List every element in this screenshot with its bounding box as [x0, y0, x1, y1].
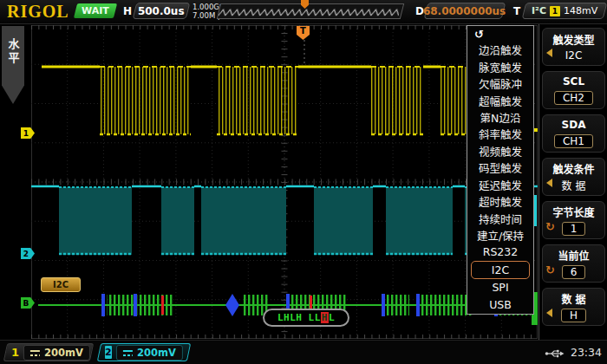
- run-state-badge: WAIT: [74, 3, 117, 18]
- timebase-chip: 500.0us: [133, 3, 191, 19]
- delay-value: 68.0000000us: [423, 5, 506, 17]
- menu-item-scl[interactable]: SCL CH2: [542, 71, 605, 109]
- menu-label: SDA: [562, 119, 586, 131]
- dc-coupling-icon: [30, 349, 40, 355]
- bus-type-badge: I2C: [41, 277, 81, 292]
- horizontal-position-preview: [217, 3, 404, 19]
- ch2-waveform: [31, 186, 538, 255]
- dropdown-item[interactable]: 延迟触发: [467, 177, 533, 193]
- dropdown-item[interactable]: USB: [467, 296, 533, 313]
- menu-item-trigger-type[interactable]: 触发类型 I2C: [542, 28, 605, 66]
- bottom-status-bar: 1 200mV 2 200mV 23:34: [0, 340, 607, 364]
- ch2-level-indicator: [534, 195, 537, 226]
- trigger-label: T: [513, 5, 520, 17]
- menu-value: CH2: [554, 91, 593, 105]
- ch1-waveform: [42, 67, 534, 134]
- channel2-status[interactable]: 2 200mV: [97, 343, 191, 361]
- rotate-knob-icon: ↻: [545, 221, 555, 232]
- trigger-level-value: 148mV: [564, 5, 597, 16]
- dropdown-item-i2c-selected[interactable]: I2C: [471, 261, 530, 279]
- trigger-info-chip: I²C 1 148mV: [522, 3, 607, 19]
- trigger-marker-label: T: [300, 26, 306, 40]
- scope-graticule: [31, 25, 538, 339]
- menu-value: 数 据: [562, 178, 586, 192]
- menu-item-data[interactable]: 数 据 H: [542, 288, 605, 326]
- dropdown-item[interactable]: 持续时间: [467, 210, 533, 226]
- menu-item-sda[interactable]: SDA CH1: [542, 114, 605, 153]
- dropdown-item[interactable]: 码型触发: [467, 159, 533, 176]
- pattern-current-bit: H: [321, 312, 329, 323]
- dropdown-item[interactable]: 斜率触发: [467, 126, 533, 142]
- pattern-prefix: LHLH LL: [277, 312, 321, 323]
- decode-pattern-annotation: LHLH LLHL: [263, 309, 349, 327]
- decode-address-diamond: [225, 294, 239, 316]
- menu-label: SCL: [563, 75, 584, 88]
- dropdown-item[interactable]: 超时触发: [467, 193, 533, 210]
- dc-coupling-icon: [123, 349, 133, 355]
- bus-marker-label: B: [23, 299, 29, 308]
- dropdown-item[interactable]: 超幅触发: [467, 92, 533, 108]
- top-status-bar: RIGOL WAIT H 500.0us 1.000GSa/s 7.00M pt…: [0, 0, 607, 24]
- dropdown-item[interactable]: RS232: [467, 244, 533, 260]
- menu-value: 6: [562, 265, 586, 279]
- channel2-number: 2: [105, 346, 112, 359]
- ch2-marker-label: 2: [23, 250, 29, 258]
- usb-icon: [545, 348, 565, 359]
- chevron-left-icon: [546, 49, 552, 57]
- menu-value: I2C: [565, 49, 583, 62]
- channel1-number: 1: [11, 346, 19, 359]
- menu-value: CH1: [554, 134, 593, 148]
- dropdown-item[interactable]: 第N边沿: [467, 109, 533, 126]
- menu-item-byte-length[interactable]: 字节长度 1 ↻: [542, 201, 605, 239]
- dropdown-item[interactable]: SPI: [467, 279, 533, 296]
- dropdown-item[interactable]: 视频触发: [467, 143, 533, 159]
- dropdown-item[interactable]: 边沿触发: [467, 42, 533, 58]
- channel1-scale: 200mV: [44, 347, 83, 359]
- dropdown-item[interactable]: 脉宽触发: [467, 58, 533, 75]
- horizontal-tab-label: 水平: [5, 38, 22, 104]
- menu-label: 触发条件: [552, 161, 594, 176]
- menu-label: 当前位: [558, 248, 589, 263]
- ch1-marker-label: 1: [23, 129, 29, 138]
- clock-display: 23:34: [571, 346, 602, 359]
- trigger-type-dropdown: ↺ 边沿触发 脉宽触发 欠幅脉冲 超幅触发 第N边沿 斜率触发 视频触发 码型触…: [467, 25, 534, 315]
- bus-type-label: I2C: [53, 280, 69, 289]
- channel1-status[interactable]: 1 200mV: [3, 343, 94, 361]
- dropdown-item[interactable]: 欠幅脉冲: [467, 75, 533, 92]
- rigol-logo: RIGOL: [7, 2, 69, 22]
- menu-label: 字节长度: [552, 205, 594, 219]
- rotate-knob-icon: ↻: [545, 264, 555, 276]
- trigger-type-short: I²C: [532, 5, 546, 16]
- menu-item-current-bit[interactable]: 当前位 6 ↻: [542, 244, 605, 283]
- menu-item-trigger-condition[interactable]: 触发条件 数 据: [542, 158, 605, 196]
- menu-label: 数 据: [561, 291, 585, 306]
- delay-chip: 68.0000000us: [424, 3, 506, 19]
- chevron-left-icon: [546, 179, 552, 187]
- run-state-label: WAIT: [82, 5, 109, 16]
- chevron-left-icon: [546, 309, 552, 317]
- dropdown-item[interactable]: 建立/保持: [467, 227, 533, 244]
- menu-label: 触发类型: [552, 32, 594, 47]
- collapse-icon[interactable]: ↺: [474, 28, 484, 41]
- oscilloscope-screen: RIGOL WAIT H 500.0us 1.000GSa/s 7.00M pt…: [0, 0, 607, 364]
- menu-value: 1: [562, 222, 586, 236]
- channel2-scale: 200mV: [137, 347, 176, 359]
- softkey-menu-panel: 触发类型 I2C SCL CH2 SDA CH1 触发条件 数 据 字节长度 1…: [538, 24, 607, 340]
- horizontal-menu-tab[interactable]: 水平: [2, 26, 24, 104]
- waveform-preview-zigzag: [218, 6, 401, 18]
- pattern-suffix: L: [329, 312, 335, 323]
- timebase-value: 500.0us: [138, 5, 185, 17]
- trigger-source-badge: 1: [550, 6, 560, 16]
- menu-value: H: [561, 309, 586, 322]
- horizontal-label: H: [123, 5, 132, 17]
